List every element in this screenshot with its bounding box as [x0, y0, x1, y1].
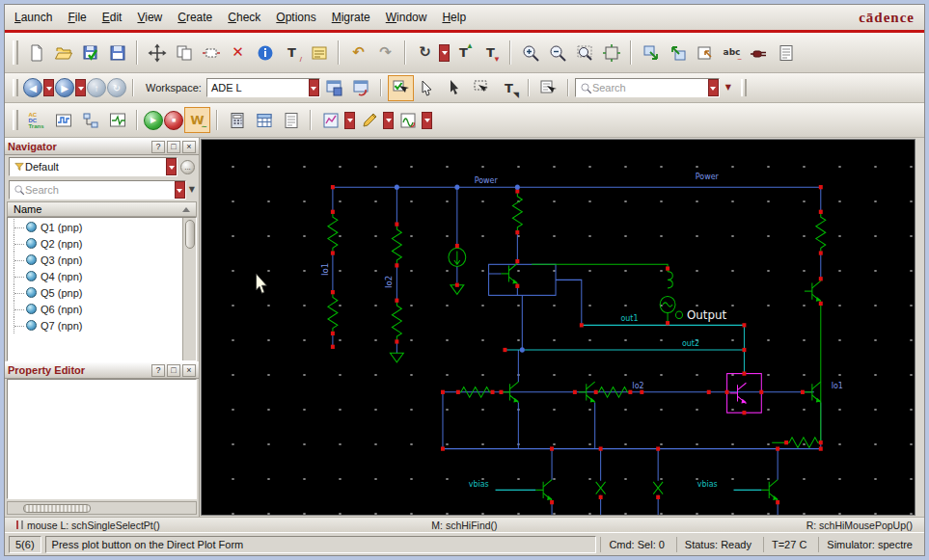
property-editor-float-button[interactable]: □ [167, 364, 180, 377]
simulation-log-button[interactable] [278, 107, 304, 133]
menu-check[interactable]: Check [228, 11, 260, 24]
wire-net[interactable] [333, 187, 821, 515]
delete-button[interactable]: ✕ [225, 40, 251, 66]
tree-item-q6[interactable]: Q6 (npn) [8, 301, 182, 317]
workspace-dropdown-arrow[interactable] [309, 79, 319, 96]
navigator-search-dropdown[interactable] [175, 181, 185, 199]
search-options-button[interactable]: ▼ [721, 75, 736, 101]
analyses-setup-button[interactable]: ACDCTrans [23, 107, 49, 133]
navigator-float-button[interactable]: □ [167, 141, 180, 153]
label-io1-right[interactable]: Io1 [832, 380, 843, 389]
replot-dropdown[interactable] [422, 112, 432, 129]
label-abc-button[interactable]: abc~ [719, 40, 745, 66]
rotate-button[interactable]: ↻ [412, 40, 438, 66]
replot-button[interactable] [395, 107, 421, 133]
menu-window[interactable]: Window [386, 11, 427, 24]
property-editor-close-button[interactable]: × [182, 364, 196, 377]
calculator-button[interactable] [224, 107, 250, 133]
run-simulation-button[interactable]: ▶ [144, 111, 163, 130]
label-io2-mid[interactable]: Io2 [632, 380, 643, 389]
save-button[interactable] [104, 40, 130, 66]
search-combobox[interactable]: Search [575, 78, 720, 97]
toolbar-handle[interactable] [13, 79, 18, 96]
nav-forward-dropdown[interactable] [75, 79, 86, 96]
move-button[interactable] [144, 40, 170, 66]
undo-button[interactable]: ↶ [345, 40, 371, 66]
navigator-options-button[interactable]: ... [180, 160, 195, 174]
sidebar-horizontal-scrollbar[interactable] [7, 501, 197, 515]
navigator-filter-dropdown[interactable] [166, 158, 177, 175]
stop-simulation-button[interactable]: ■ [164, 111, 183, 130]
menu-options[interactable]: Options [276, 11, 315, 24]
edit-in-place-button[interactable] [692, 40, 718, 66]
schematic-canvas[interactable]: Power Power out1 out2 Io2 Io1 Io1 Io2 vb… [201, 139, 915, 516]
plot-options-dropdown[interactable] [344, 112, 355, 129]
mode-pointer-button[interactable] [442, 75, 468, 101]
scrollbar-thumb[interactable] [185, 220, 195, 249]
tree-column-header[interactable]: Name [7, 201, 197, 217]
net-label-power-left[interactable]: Power [475, 175, 499, 185]
scrollbar-thumb[interactable] [23, 504, 91, 513]
create-label-button[interactable]: T/ [279, 40, 305, 66]
components[interactable] [328, 194, 826, 500]
open-button[interactable] [50, 40, 76, 66]
selected-instance[interactable] [727, 374, 762, 413]
workspace-combobox[interactable]: ADE L [206, 78, 320, 97]
ascend-hierarchy-button[interactable] [665, 40, 691, 66]
tree-item-q4[interactable]: Q4 (npn) [8, 268, 182, 284]
menu-launch[interactable]: Launch [14, 11, 52, 24]
properties-button[interactable] [252, 40, 278, 66]
new-cellview-button[interactable] [23, 40, 49, 66]
nav-refresh-button[interactable]: ↻ [107, 78, 126, 97]
toolbar-handle[interactable] [741, 79, 747, 96]
fit-view-button[interactable] [598, 40, 624, 66]
toolbar-handle[interactable] [13, 40, 18, 66]
tree-item-q3[interactable]: Q3 (npn) [8, 252, 182, 268]
zoom-in-button[interactable] [517, 40, 543, 66]
cyan-nets[interactable] [496, 325, 762, 490]
nav-up-button[interactable]: ↑ [87, 78, 106, 97]
nav-back-button[interactable]: ◀ [23, 78, 42, 97]
schematic-window-button[interactable] [104, 107, 130, 133]
menu-create[interactable]: Create [178, 11, 212, 24]
stimuli-setup-button[interactable] [50, 107, 76, 133]
output-port-label[interactable]: Output [687, 308, 726, 323]
nav-back-dropdown[interactable] [43, 79, 54, 96]
net-label-vbias-right[interactable]: vbias [697, 479, 718, 489]
label-io1-left[interactable]: Io1 [320, 263, 330, 276]
redo-button[interactable]: ↷ [372, 40, 398, 66]
search-expand-arrow[interactable]: ▼ [189, 186, 195, 194]
tree-item-q2[interactable]: Q2 (npn) [8, 235, 182, 252]
copy-button[interactable] [171, 40, 197, 66]
net-label-out2[interactable]: out2 [682, 337, 699, 347]
text-descend-button[interactable]: T▼ [478, 40, 504, 66]
property-editor-help-button[interactable]: ? [151, 364, 165, 377]
menu-view[interactable]: View [137, 11, 162, 24]
tree-item-q5[interactable]: Q5 (pnp) [8, 284, 182, 301]
menu-edit[interactable]: Edit [102, 11, 123, 24]
search-dropdown-arrow[interactable] [708, 79, 719, 96]
hierarchy-editor-button[interactable] [77, 107, 103, 133]
revert-workspace-button[interactable] [348, 75, 374, 101]
edit-setup-button[interactable] [356, 107, 382, 133]
tree-item-q7[interactable]: Q7 (npn) [8, 317, 182, 333]
menu-file[interactable]: File [68, 11, 86, 24]
tree-item-q1[interactable]: Q1 (pnp) [8, 219, 182, 235]
label-io2-left[interactable]: Io2 [385, 276, 395, 288]
stretch-button[interactable] [198, 40, 224, 66]
results-browser-button[interactable] [251, 107, 277, 133]
plot-options-button[interactable] [317, 107, 343, 133]
net-label-out1[interactable]: out1 [620, 313, 638, 323]
navigator-help-button[interactable]: ? [151, 141, 165, 153]
menu-help[interactable]: Help [442, 11, 466, 24]
mode-full-select-button[interactable] [388, 75, 414, 101]
navigator-search-combobox[interactable]: Search [9, 180, 186, 200]
probe-button[interactable] [746, 40, 772, 66]
direct-plot-button[interactable]: W∼ [184, 107, 210, 133]
net-label-power-right[interactable]: Power [696, 171, 720, 180]
navigator-filter-combobox[interactable]: Default [9, 157, 178, 176]
edit-setup-dropdown[interactable] [383, 112, 394, 129]
check-and-save-button[interactable] [77, 40, 103, 66]
text-ascend-button[interactable]: T▲ [451, 40, 477, 66]
selection-filter-button[interactable] [535, 75, 561, 101]
